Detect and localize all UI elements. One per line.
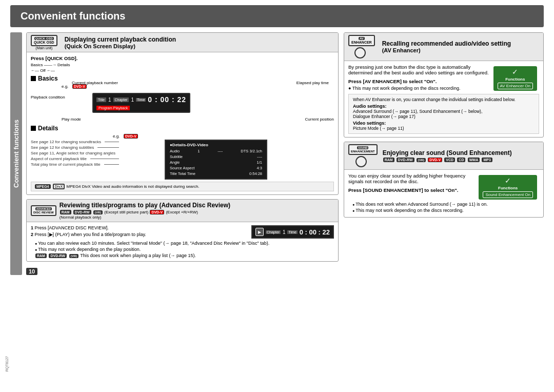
source-value: 4:3 [257,166,262,170]
osd-section-header: QUICK OSD QUICK OSD (Main unit) Displayi… [27,33,338,52]
adv-normal-note: (Normal playback only) [60,215,230,220]
audio-row: Audio 1 ---- DTS 3/2.1ch [170,148,262,154]
adv-step-2: 2 Press [▶] (PLAY) when you find a title… [31,232,246,237]
adv-review-screen: ▶ Chapter 1 Time 0 : 00 : 22 [251,225,334,239]
adv-except-note: (Except still picture part) [104,210,148,214]
osd-section: QUICK OSD QUICK OSD (Main unit) Displayi… [26,32,339,195]
sound-functions-check-icon: ✓ [505,177,511,185]
quick-osd-icon: QUICK OSD QUICK OSD [31,35,57,46]
adv-note-2: This may not work depending on the play … [35,247,334,252]
page-number-box: 10 [26,268,37,275]
osd-title: Displaying current playback condition [65,36,176,43]
adv-notes: You can also review each 10 minutes. Sel… [31,241,334,258]
sound-button-circle [355,156,367,167]
sound-note-1: This does not work when Advanced Surroun… [352,202,539,207]
adv-time-label: Time [287,230,297,234]
sound-badge-dvdrw: DVD-RW [397,158,414,162]
mpeg4-badge: MPEG4 [35,184,51,189]
eg-label-basics: e.g. [62,84,68,89]
sound-badge-wma: WMA [468,158,480,162]
sidebar-label: Convenient functions [10,32,22,275]
av-icon-bottom: ENHANCER [351,41,372,44]
total-row: Title Total Time 0:54:28 [170,171,262,177]
adv-note-1: You can also review each 10 minutes. Sel… [35,241,334,246]
basics-bullet [31,76,36,81]
sound-badge-vr: (VR) [417,158,426,162]
quick-osd-top-label: QUICK OSD [34,37,54,40]
subtitles-label: See page 12 for changing subtitles [31,145,94,150]
dvdv-badge-details: DVD-V [124,134,138,139]
elapsed-label: Elapsed play time [296,81,329,85]
adv-review-header: ADVANCED DISC REVIEW Reviewing titles/pr… [27,200,338,222]
adv-badge-ram: RAM [60,210,71,214]
audio-value: 1 [197,149,200,153]
subtitle-label: Subtitle [170,154,183,159]
functions-label-sound: Functions [498,186,518,190]
osd-screen: Title 1 Chapter 1 Time 0 : 00 : 22 Progr… [92,93,190,113]
playback-condition-label: Playback condition [31,95,65,100]
eg-label-details: e.g. [113,134,120,139]
sound-badge-cd: CD [457,158,465,162]
soundtrack-label: See page 12 for changing soundtracks [31,140,101,144]
audio-codec: DTS 3/2.1ch [241,149,262,153]
av-settings-intro: When AV Enhancer is on, you cannot chang… [353,97,535,102]
screen-time-value: 0 : 00 : 22 [148,95,186,104]
osd-press-label: Press [QUICK OSD]. [31,55,334,61]
av-enhancer-header: AV ENHANCER Recalling recommended audio/… [344,33,543,61]
angle-value: 1/1 [257,160,262,165]
functions-label-av: Functions [505,77,525,82]
av-enhancer-title: Recalling recommended audio/video settin… [382,40,511,47]
adv-icon-bottom: DISC REVIEW [33,211,54,214]
screen-title-label: Title [96,97,106,102]
dialogue-settings-text: Dialogue Enhancer (→ page 17) [353,114,535,119]
sound-enhancement-result: Sound Enhancement On [483,191,533,198]
details-screen: ●Details-DVD-Video Audio 1 ---- DTS 3/2.… [165,140,267,180]
av-enhancer-result: AV Enhancer On [498,83,533,89]
note3-badge-ram: RAM [35,253,47,258]
quick-osd-sub: (Main unit) [35,46,52,50]
audio-settings-header: Audio settings: [353,104,535,109]
adv-badge-dvdv: DVD-V [150,210,164,214]
av-button-circle [354,47,366,58]
screen-chapter-label: Chapter [113,97,129,102]
aspect-label: Aspect of current playback title [31,156,87,161]
angle-row: Angle 1/1 [170,160,262,165]
screen-chapter-num: 1 [131,97,134,103]
av-settings-box: When AV Enhancer is on, you cannot chang… [348,94,539,134]
basics-header: Basics [38,75,58,82]
adv-review-section: ADVANCED DISC REVIEW Reviewing titles/pr… [26,199,339,262]
sound-badge-dvdv: DVD-V [428,158,442,162]
play-button-icon: ▶ [255,228,264,236]
sound-enhancement-body: ✓ Functions Sound Enhancement On You can… [344,170,543,217]
adv-review-title: Reviewing titles/programs to play (Advan… [60,202,230,209]
adv-review-body: 1 Press [ADVANCED DISC REVIEW]. 2 Press … [27,222,338,261]
sound-icon-bottom: ENHANCEMENT [351,150,375,153]
sound-icon-top: SOUND [357,146,368,149]
video-settings-header: Video settings: [353,121,535,126]
current-position-label: Current position [305,117,334,122]
angle-label: Angle [170,160,180,165]
page-number-area: 10 [26,268,339,275]
adv-time-value: 0 : 00 : 22 [300,228,330,236]
osd-subtitle: (Quick On Screen Display) [65,43,176,49]
sound-functions-badge: ✓ Functions Sound Enhancement On [479,175,537,200]
adv-badge-vr: (VR) [93,210,103,214]
sound-badge-ram: RAM [383,158,394,162]
angles-label: See page 11, Angle select for changing a… [31,151,115,155]
total-time-label: Total play time of current playback titl… [31,162,101,167]
av-enhancer-body: ✓ Functions AV Enhancer On By pressing j… [344,61,543,137]
functions-check-icon: ✓ [512,68,518,76]
source-label: Source Aspect [170,166,194,170]
adv-step-1: 1 Press [ADVANCED DISC REVIEW]. [31,225,246,230]
adv-note-3: RAM DVD-RW (VR) This does not work when … [35,253,334,258]
av-functions-badge: ✓ Functions AV Enhancer On [493,66,537,91]
adv-disc-icon: ADVANCED DISC REVIEW [31,205,56,216]
mpeg-notice-text: MPEG4 DivX Video and audio information i… [67,184,200,189]
sound-enhancement-section: SOUND ENHANCEMENT Enjoying clear sound (… [344,142,544,218]
total-screen-label: Title Total Time [170,171,195,176]
adv-note-3-text: This does not work when playing a play l… [80,253,196,258]
adv-badge-dvdrw: DVD-RW [73,210,91,214]
sound-enhancement-header: SOUND ENHANCEMENT Enjoying clear sound (… [344,142,543,170]
source-row: Source Aspect 4:3 [170,165,262,171]
osd-basics-arrows: Basics ——→ Details [31,63,334,67]
